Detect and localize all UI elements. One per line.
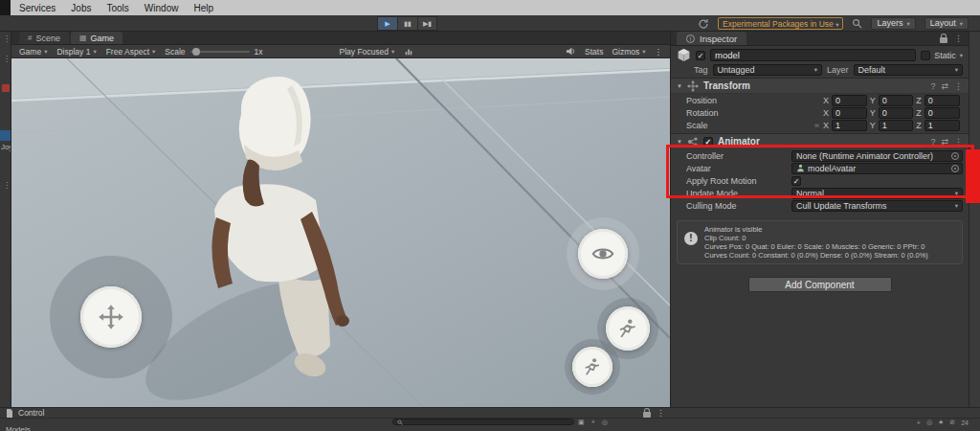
inspector-icon: i — [686, 34, 695, 43]
position-x-field[interactable] — [832, 95, 867, 106]
mute-audio-icon[interactable] — [566, 46, 576, 57]
gameobject-cube-icon — [677, 48, 691, 62]
static-dropdown-icon[interactable]: ▾ — [960, 52, 963, 59]
view-tabbar: # Scene ▦ Game — [11, 32, 670, 45]
update-mode-dropdown[interactable]: Normal▾ — [791, 188, 963, 199]
game-view-menu-icon[interactable]: ⋮ — [655, 47, 663, 57]
axis-z-label: Z — [916, 121, 922, 130]
layer-dropdown[interactable]: Default▾ — [854, 64, 963, 76]
object-name-field[interactable] — [710, 49, 916, 61]
right-collapsed-strip — [969, 32, 980, 407]
move-icon — [98, 304, 124, 330]
layout-dropdown[interactable]: Layout▾ — [924, 17, 969, 30]
status-message[interactable]: Control — [18, 408, 44, 418]
menu-jobs[interactable]: Jobs — [71, 3, 91, 13]
menu-window[interactable]: Window — [145, 3, 179, 13]
chevron-down-icon: ▾ — [955, 202, 958, 210]
game-display-mode-dropdown[interactable]: Game▾ — [19, 47, 47, 57]
scale-slider-knob[interactable] — [192, 48, 200, 56]
static-checkbox[interactable] — [921, 51, 930, 60]
project-search-input[interactable] — [406, 419, 569, 425]
virtual-joystick[interactable] — [50, 256, 172, 378]
camera-look-button[interactable] — [567, 217, 639, 290]
hierarchy-selected-item[interactable] — [0, 130, 11, 141]
panel-menu-icon[interactable]: ⋮ — [3, 181, 11, 190]
folder-models[interactable]: Models — [6, 425, 31, 431]
static-group: Static ▾ — [921, 51, 963, 60]
aspect-dropdown[interactable]: Free Aspect▾ — [106, 47, 156, 57]
metrics-icon[interactable] — [404, 47, 413, 57]
hierarchy-strip: ⋮ ⋮ Joyst ⋮ — [0, 32, 11, 407]
play-focused-dropdown[interactable]: Play Focused▾ — [340, 47, 395, 57]
chevron-down-icon: ▾ — [391, 48, 394, 56]
help-icon[interactable]: ? — [930, 137, 935, 147]
component-menu-icon[interactable]: ⋮ — [954, 137, 963, 147]
controller-object-field[interactable]: None (Runtime Animator Controller) — [791, 150, 963, 162]
axis-x-label: X — [823, 121, 829, 130]
update-mode-row: Update Mode Normal▾ — [671, 187, 969, 199]
tab-game[interactable]: ▦ Game — [71, 32, 122, 44]
collab-refresh-icon[interactable] — [698, 18, 709, 30]
rotation-y-field[interactable] — [879, 107, 914, 119]
hierarchy-item-joystick[interactable]: Joyst — [1, 143, 11, 151]
foldout-icon[interactable]: ▼ — [677, 139, 682, 145]
layers-dropdown[interactable]: Layers▾ — [871, 17, 915, 30]
chevron-down-icon: ▾ — [44, 48, 47, 56]
apply-root-motion-checkbox[interactable]: ✓ — [791, 176, 801, 186]
scale-slider[interactable] — [190, 51, 250, 53]
scale-x-field[interactable] — [832, 120, 867, 131]
rotation-z-field[interactable] — [924, 107, 960, 119]
run-button[interactable] — [565, 339, 620, 395]
foldout-icon[interactable]: ▼ — [677, 83, 682, 89]
menu-help[interactable]: Help — [193, 3, 213, 13]
experimental-packages-badge[interactable]: Experimental Packages in Use ▾ — [718, 17, 843, 30]
lock-icon[interactable] — [940, 37, 947, 43]
scale-y-field[interactable] — [879, 120, 914, 131]
pause-button[interactable]: ▮▮ — [397, 16, 417, 31]
constrain-proportions-icon[interactable]: ∞ — [811, 122, 823, 128]
active-checkbox[interactable]: ✓ — [696, 51, 705, 60]
game-tab-label: Game — [91, 34, 115, 43]
avatar-object-field[interactable]: modelAvatar — [791, 163, 963, 174]
panel-menu-icon[interactable]: ⋮ — [3, 34, 11, 43]
stats-toggle[interactable]: Stats — [585, 47, 603, 57]
object-picker-icon[interactable] — [951, 165, 959, 172]
object-picker-icon[interactable] — [951, 152, 959, 160]
transform-header[interactable]: ▼ Transform ? ⇄ ⋮ — [671, 78, 969, 94]
gizmos-dropdown[interactable]: Gizmos▾ — [612, 47, 645, 57]
chevron-down-icon: ▾ — [93, 48, 96, 56]
search-icon[interactable] — [852, 18, 862, 29]
culling-mode-dropdown[interactable]: Cull Update Transforms▾ — [791, 200, 963, 212]
position-y-field[interactable] — [879, 95, 914, 106]
add-component-button[interactable]: Add Component — [748, 277, 892, 292]
position-z-field[interactable] — [924, 95, 960, 106]
display-dropdown[interactable]: Display 1▾ — [56, 47, 96, 57]
lock-icon[interactable] — [643, 412, 651, 418]
menu-services[interactable]: Services — [19, 3, 56, 13]
layers-dropdown-icon: ▾ — [906, 18, 909, 29]
joystick-knob[interactable] — [80, 286, 142, 348]
help-icon[interactable]: ? — [930, 81, 935, 91]
animator-enabled-checkbox[interactable]: ✓ — [703, 137, 713, 147]
play-button[interactable]: ▶ — [377, 16, 397, 31]
panel-menu-icon[interactable]: ⋮ — [657, 408, 665, 418]
presets-icon[interactable]: ⇄ — [941, 137, 948, 147]
tab-scene[interactable]: # Scene — [19, 32, 69, 44]
menu-tools[interactable]: Tools — [106, 3, 128, 13]
step-button[interactable]: ▶▮ — [417, 16, 437, 31]
tag-dropdown[interactable]: Untagged▾ — [713, 64, 822, 76]
inspector-menu-icon[interactable]: ⋮ — [954, 34, 963, 43]
animator-header[interactable]: ▼ ✓ Animator ? ⇄ ⋮ — [671, 133, 969, 149]
rotation-x-field[interactable] — [832, 107, 867, 119]
scale-z-field[interactable] — [924, 120, 960, 131]
controller-row: Controller None (Runtime Animator Contro… — [671, 149, 969, 162]
presets-icon[interactable]: ⇄ — [941, 81, 948, 91]
toolbar-right: Experimental Packages in Use ▾ Layers▾ L… — [698, 16, 969, 31]
step-icon: ▶▮ — [423, 20, 432, 28]
project-search[interactable] — [392, 419, 574, 425]
component-menu-icon[interactable]: ⋮ — [954, 81, 963, 91]
tab-inspector[interactable]: i Inspector — [677, 32, 746, 45]
animator-info-line: Curves Pos: 0 Quat: 0 Euler: 0 Scale: 0 … — [704, 242, 958, 251]
inspector-tabbar: i Inspector ⋮ — [671, 32, 969, 46]
panel-menu-icon[interactable]: ⋮ — [3, 55, 11, 63]
